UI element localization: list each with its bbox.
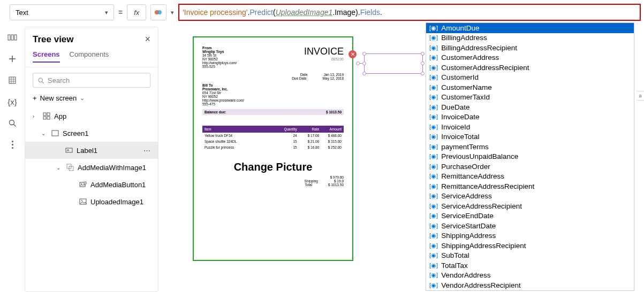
resize-handle[interactable] <box>421 62 425 65</box>
autocomplete-item[interactable]: [◉]RemittanceAddress <box>426 172 634 182</box>
autocomplete-item[interactable]: [◉]ServiceStartDate <box>426 221 634 231</box>
autocomplete-item[interactable]: [◉]BillingAddress <box>426 33 634 43</box>
field-icon: [◉] <box>429 25 438 32</box>
autocomplete-item[interactable]: [◉]VendorName <box>426 290 634 291</box>
autocomplete-item[interactable]: [◉]InvoiceDate <box>426 112 634 122</box>
nav-search-icon[interactable] <box>0 112 25 134</box>
nav-tree-icon[interactable] <box>0 27 25 48</box>
label1-control[interactable] <box>364 53 423 74</box>
autocomplete-item[interactable]: [◉]ShippingAddressRecipient <box>426 241 634 251</box>
autocomplete-item[interactable]: [◉]CustomerName <box>426 82 634 93</box>
field-icon: [◉] <box>429 44 438 51</box>
nav-data-icon[interactable] <box>0 70 25 91</box>
svg-rect-11 <box>47 117 50 119</box>
field-icon: [◉] <box>429 203 438 210</box>
resize-handle[interactable] <box>421 52 425 56</box>
tree-item-app[interactable]: › App <box>25 107 158 125</box>
autocomplete-item[interactable]: [◉]ShippingAddress <box>426 231 634 241</box>
canvas[interactable]: ✕ From Wingtip Toys 34 5th St NY 98052 h… <box>193 36 430 287</box>
copilot-button[interactable] <box>150 4 166 20</box>
svg-rect-10 <box>43 117 46 119</box>
autocomplete-item[interactable]: [◉]CustomerAddress <box>426 53 634 63</box>
autocomplete-item[interactable]: [◉]PurchaseOrder <box>426 162 634 172</box>
nav-variables-icon[interactable]: {x} <box>0 91 25 112</box>
uploaded-image-invoice[interactable]: ✕ From Wingtip Toys 34 5th St NY 98052 h… <box>193 36 353 261</box>
autocomplete-item[interactable]: [◉]TotalTax <box>426 260 634 271</box>
autocomplete-item[interactable]: [◉]VendorAddressRecipient <box>426 280 634 290</box>
nav-insert-icon[interactable] <box>0 48 25 70</box>
autocomplete-item[interactable]: [◉]BillingAddressRecipient <box>426 43 634 53</box>
svg-point-7 <box>39 78 42 82</box>
resize-handle[interactable] <box>362 72 366 75</box>
autocomplete-item[interactable]: [◉]AmountDue <box>426 23 634 33</box>
autocomplete-item[interactable]: [◉]InvoiceTotal <box>426 132 634 142</box>
autocomplete-item[interactable]: [◉]SubTotal <box>426 251 634 261</box>
field-icon: [◉] <box>429 232 438 239</box>
nav-more-icon[interactable] <box>0 134 25 155</box>
autocomplete-item[interactable]: [◉]paymentTerms <box>426 142 634 152</box>
tree-item-uploadedimage[interactable]: UploadedImage1 <box>25 193 158 210</box>
tree-item-addmediabutton[interactable]: AddMediaButton1 <box>25 176 158 193</box>
resize-handle[interactable] <box>362 52 366 56</box>
autocomplete-item[interactable]: [◉]PreviousUnpaidBalance <box>426 152 634 162</box>
autocomplete-item[interactable]: [◉]ServiceAddress <box>426 191 634 202</box>
field-icon: [◉] <box>429 34 438 41</box>
autocomplete-item[interactable]: [◉]DueDate <box>426 102 634 112</box>
chevron-down-icon[interactable]: ▾ <box>171 9 174 16</box>
field-icon: [◉] <box>429 153 438 160</box>
autocomplete-item[interactable]: [◉]VendorAddress <box>426 271 634 281</box>
field-icon: [◉] <box>429 262 438 269</box>
svg-rect-4 <box>14 35 17 40</box>
invoice-row: Space shuttle 324DL15$ 21.00$ 315.00 <box>202 139 344 144</box>
invoice-table: Item Quantity Rate Amount Yellow truck D… <box>202 126 344 150</box>
formula-input[interactable]: 'Invoice processing' . Predict ( Uploade… <box>178 4 641 21</box>
tree-item-screen1[interactable]: ⌄ Screen1 <box>25 125 158 142</box>
field-icon: [◉] <box>429 183 438 190</box>
field-icon: [◉] <box>429 242 438 249</box>
right-edge-tab[interactable]: a <box>637 91 644 101</box>
tree-item-label1[interactable]: Label1 ⋯ <box>25 142 158 159</box>
copilot-icon <box>154 8 163 17</box>
screen-icon <box>51 129 59 137</box>
fx-button[interactable]: fx <box>127 4 146 20</box>
media-button-icon <box>79 180 87 189</box>
field-icon: [◉] <box>429 252 438 259</box>
invoice-balance: Balance due: $ 1013.50 <box>202 109 344 115</box>
autocomplete-item[interactable]: [◉]RemittanceAddressRecipient <box>426 181 634 191</box>
autocomplete-item[interactable]: [◉]InvoiceId <box>426 122 634 132</box>
field-icon: [◉] <box>429 222 438 229</box>
formula-token-method: Predict <box>249 8 273 17</box>
search-icon <box>37 77 44 84</box>
close-icon[interactable]: × <box>145 34 150 45</box>
equals-label: = <box>118 8 123 17</box>
change-picture-label[interactable]: Change Picture <box>202 161 344 173</box>
autocomplete-item[interactable]: [◉]ServiceAddressRecipient <box>426 201 634 211</box>
resize-handle[interactable] <box>421 72 425 75</box>
more-icon[interactable]: ⋯ <box>143 147 150 155</box>
new-screen-button[interactable]: + New screen ⌄ <box>25 91 158 107</box>
search-placeholder: Search <box>48 76 70 84</box>
field-icon: [◉] <box>429 104 438 111</box>
field-icon: [◉] <box>429 94 438 101</box>
svg-point-17 <box>81 183 82 185</box>
search-input[interactable]: Search <box>33 73 150 88</box>
tree-item-addmedia[interactable]: ⌄ AddMediaWithImage1 <box>25 159 158 176</box>
chevron-down-icon: ⌄ <box>41 130 48 136</box>
autocomplete-item[interactable]: [◉]CustomerTaxId <box>426 93 634 103</box>
field-icon: [◉] <box>429 84 438 91</box>
autocomplete-item[interactable]: [◉]CustomerId <box>426 73 634 83</box>
autocomplete-item[interactable]: [◉]ServiceEndDate <box>426 211 634 221</box>
svg-rect-5 <box>9 77 16 83</box>
resize-handle[interactable] <box>362 62 366 65</box>
autocomplete-item[interactable]: [◉]CustomerAddressRecipient <box>426 63 634 73</box>
delete-icon[interactable]: ✕ <box>348 50 357 58</box>
field-icon: [◉] <box>429 282 438 289</box>
property-selector[interactable]: Text ▾ <box>10 4 114 20</box>
svg-point-1 <box>157 10 162 14</box>
tab-screens[interactable]: Screens <box>33 50 60 63</box>
left-nav: {x} <box>0 27 25 292</box>
panel-title: Tree view <box>33 34 74 45</box>
formula-bar: Text ▾ = fx ▾ 'Invoice processing' . Pre… <box>10 3 641 21</box>
tab-components[interactable]: Components <box>70 50 109 63</box>
invoice-row: Yellow truck DF3424$ 17.00$ 468.00 <box>202 133 344 139</box>
